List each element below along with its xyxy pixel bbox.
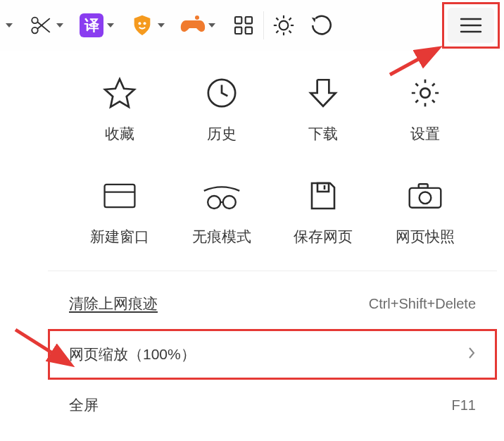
menu-fullscreen[interactable]: 全屏 F11	[48, 380, 497, 430]
svg-point-2	[32, 27, 38, 34]
window-icon	[100, 176, 139, 216]
menu-favorites[interactable]: 收藏	[69, 73, 171, 144]
menu-save-page[interactable]: 保存网页	[272, 176, 374, 247]
svg-rect-12	[235, 17, 241, 23]
svg-rect-36	[317, 183, 329, 192]
hamburger-icon	[459, 16, 483, 35]
menu-button-highlight	[442, 2, 500, 49]
menu-settings[interactable]: 设置	[374, 73, 477, 144]
menu-incognito[interactable]: 无痕模式	[171, 176, 273, 247]
hamburger-menu-button[interactable]	[448, 8, 494, 43]
svg-point-10	[195, 15, 199, 20]
svg-marker-11	[208, 23, 215, 27]
svg-rect-13	[246, 17, 252, 23]
divider	[263, 11, 264, 39]
chevron-down-icon[interactable]	[4, 23, 14, 27]
toolbar-brightness[interactable]	[270, 4, 298, 46]
save-icon	[303, 176, 343, 216]
incognito-icon	[202, 176, 241, 216]
svg-rect-14	[235, 27, 241, 34]
top-toolbar: 译	[0, 0, 504, 51]
menu-grid-row1: 收藏 历史 下载	[48, 73, 497, 144]
toolbar-scissors[interactable]	[27, 4, 65, 46]
menu-row-label: 全屏	[69, 395, 99, 415]
scissors-icon	[27, 13, 55, 37]
svg-rect-38	[409, 188, 441, 208]
svg-rect-15	[246, 27, 252, 34]
camera-icon	[405, 176, 445, 216]
menu-label: 收藏	[105, 124, 134, 144]
svg-point-16	[279, 21, 289, 30]
svg-point-40	[419, 192, 431, 204]
menu-history[interactable]: 历史	[171, 73, 273, 144]
game-icon	[179, 15, 207, 36]
undo-icon	[308, 13, 336, 37]
menu-row-label: 网页缩放（100%）	[69, 344, 196, 364]
svg-point-8	[144, 22, 146, 25]
svg-line-23	[276, 31, 278, 33]
menu-label: 无痕模式	[192, 227, 251, 247]
main-menu-dropdown: 收藏 历史 下载	[48, 51, 497, 430]
toolbar-translate[interactable]: 译	[77, 4, 115, 46]
menu-snapshot[interactable]: 网页快照	[374, 176, 477, 247]
menu-label: 保存网页	[294, 227, 353, 247]
svg-marker-0	[6, 23, 13, 27]
toolbar-game[interactable]	[179, 4, 217, 46]
svg-point-33	[208, 196, 220, 209]
menu-label: 下载	[308, 124, 338, 144]
svg-marker-28	[105, 79, 134, 107]
menu-row-label: 清除上网痕迹	[69, 294, 158, 313]
svg-marker-6	[107, 23, 114, 27]
chevron-down-icon[interactable]	[207, 23, 217, 27]
star-icon	[100, 73, 139, 113]
toolbar-undo[interactable]	[308, 4, 336, 46]
shortcut-text: Ctrl+Shift+Delete	[369, 296, 476, 312]
menu-grid-row2: 新建窗口 无痕模式 保存网页	[48, 176, 497, 247]
download-icon	[303, 73, 343, 113]
shield-icon	[128, 13, 156, 37]
gear-icon	[405, 73, 445, 113]
chevron-down-icon[interactable]	[106, 23, 115, 27]
menu-zoom[interactable]: 网页缩放（100%）	[48, 329, 497, 380]
grid-icon	[229, 14, 258, 37]
svg-point-7	[138, 22, 141, 25]
clock-icon	[202, 73, 241, 113]
menu-downloads[interactable]: 下载	[272, 73, 374, 144]
toolbar-apps[interactable]	[229, 4, 258, 46]
menu-label: 历史	[207, 124, 237, 144]
chevron-down-icon[interactable]	[55, 23, 65, 27]
svg-marker-9	[158, 23, 165, 27]
menu-label: 设置	[410, 124, 440, 144]
shortcut-text: F11	[452, 397, 476, 414]
svg-rect-39	[418, 184, 427, 188]
svg-line-22	[289, 31, 291, 33]
menu-new-window[interactable]: 新建窗口	[69, 176, 171, 247]
menu-label: 新建窗口	[90, 227, 149, 247]
chevron-down-icon[interactable]	[156, 23, 166, 27]
svg-line-21	[276, 18, 278, 20]
svg-point-1	[32, 18, 38, 24]
svg-line-24	[289, 18, 291, 20]
menu-label: 网页快照	[396, 227, 455, 247]
svg-marker-5	[56, 23, 63, 27]
toolbar-shield[interactable]	[128, 4, 166, 46]
menu-clear-trace[interactable]: 清除上网痕迹 Ctrl+Shift+Delete	[48, 278, 497, 329]
brightness-icon	[270, 13, 298, 37]
svg-point-34	[223, 196, 236, 209]
chevron-right-icon	[467, 344, 476, 364]
translate-icon: 译	[77, 13, 106, 37]
svg-point-30	[420, 88, 429, 97]
svg-rect-31	[105, 185, 135, 207]
